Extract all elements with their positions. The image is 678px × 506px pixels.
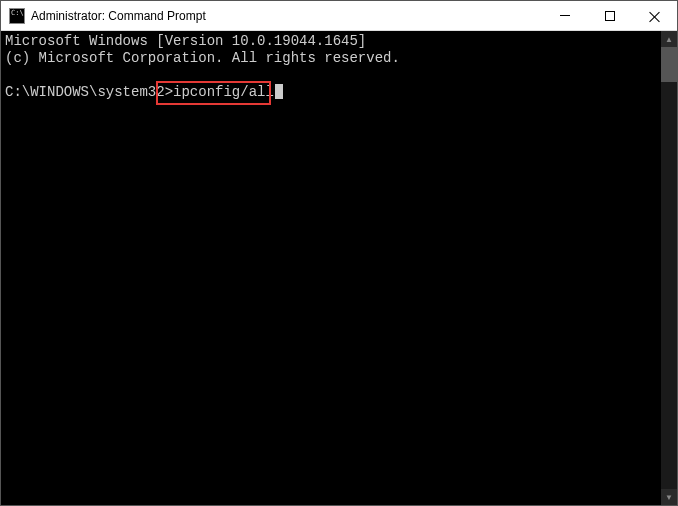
scroll-up-arrow[interactable]: ▲ <box>661 31 677 47</box>
terminal-wrapper: Microsoft Windows [Version 10.0.19044.16… <box>1 31 677 505</box>
command-prompt-window: Administrator: Command Prompt Microsoft … <box>0 0 678 506</box>
maximize-icon <box>605 11 615 21</box>
close-button[interactable] <box>632 1 677 30</box>
window-controls <box>542 1 677 30</box>
cursor <box>275 84 283 99</box>
scroll-track[interactable] <box>661 47 677 489</box>
minimize-button[interactable] <box>542 1 587 30</box>
window-title: Administrator: Command Prompt <box>31 9 542 23</box>
typed-command: ipconfig/all <box>173 84 274 101</box>
close-icon <box>649 10 661 22</box>
version-line: Microsoft Windows [Version 10.0.19044.16… <box>5 33 366 49</box>
terminal-output[interactable]: Microsoft Windows [Version 10.0.19044.16… <box>1 31 661 505</box>
vertical-scrollbar[interactable]: ▲ ▼ <box>661 31 677 505</box>
app-icon <box>9 8 25 24</box>
scroll-down-arrow[interactable]: ▼ <box>661 489 677 505</box>
scroll-thumb[interactable] <box>661 47 677 82</box>
copyright-line: (c) Microsoft Corporation. All rights re… <box>5 50 400 66</box>
titlebar[interactable]: Administrator: Command Prompt <box>1 1 677 31</box>
maximize-button[interactable] <box>587 1 632 30</box>
prompt-path: C:\WINDOWS\system32> <box>5 84 173 101</box>
minimize-icon <box>560 15 570 16</box>
